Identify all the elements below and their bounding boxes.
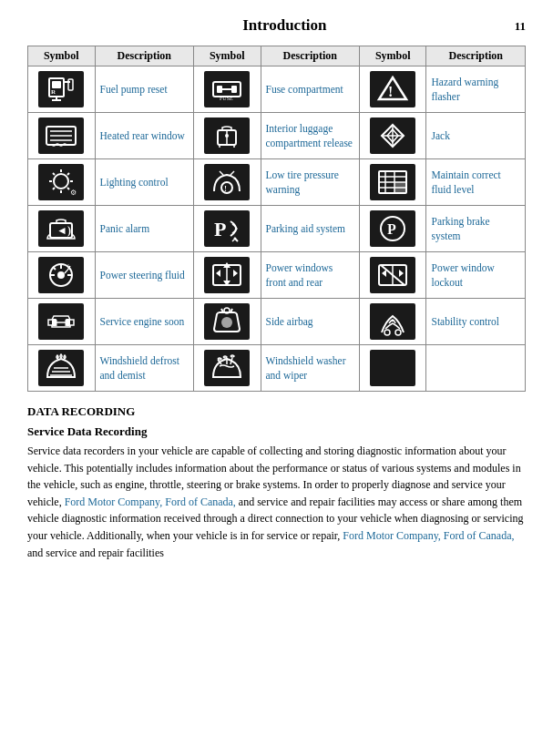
svg-rect-1 — [52, 81, 61, 88]
desc-cell-6-2 — [426, 345, 526, 392]
icon-window_lockout — [370, 257, 415, 293]
table-row: Windshield defrost and demist Windshield… — [28, 345, 526, 392]
icon-lighting: ⚙ — [38, 164, 84, 200]
description-text: Side airbag — [266, 316, 313, 327]
icon-service_engine — [38, 303, 84, 340]
svg-text:R: R — [51, 88, 56, 96]
icon-fuse: FUSE — [204, 71, 250, 107]
icon-panic_alarm: ◄) — [38, 210, 84, 247]
page-title: Introduction — [55, 16, 515, 35]
svg-rect-48 — [394, 182, 406, 193]
svg-line-34 — [67, 188, 69, 189]
icon-cell-4-2 — [359, 252, 426, 299]
svg-rect-3 — [68, 79, 73, 90]
icon-cell-0-0: R — [28, 66, 96, 113]
description-text: Lighting control — [100, 177, 169, 188]
icon-cell-0-2: ! — [359, 66, 426, 113]
table-row: R Fuel pump reset FUSE Fuse compartment … — [28, 66, 526, 113]
table-row: ◄) Panic alarm P Parking aid system P Pa… — [28, 206, 526, 252]
svg-text:!: ! — [67, 263, 69, 269]
svg-rect-68 — [52, 319, 56, 326]
desc-cell-1-2: Jack — [426, 113, 526, 159]
desc-cell-4-2: Power window lockout — [426, 252, 526, 299]
body-text: Service data recorders in your vehicle a… — [27, 443, 526, 561]
description-text: Interior luggage compartment release — [266, 123, 353, 148]
description-text: Maintain correct fluid level — [431, 169, 500, 195]
description-text: Panic alarm — [100, 223, 150, 234]
section-heading: DATA RECORDING — [27, 404, 526, 419]
icon-cell-3-1: P — [193, 206, 261, 252]
description-text: Power windows front and rear — [266, 262, 333, 288]
sub-heading: Service Data Recording — [27, 424, 526, 439]
col-header-desc2: Description — [261, 46, 359, 66]
description-text: Power window lockout — [431, 262, 494, 288]
svg-rect-10 — [231, 86, 237, 93]
icon-cell-1-2 — [359, 113, 426, 159]
svg-rect-69 — [66, 319, 70, 326]
svg-line-40 — [220, 171, 223, 175]
icon-jack — [370, 117, 415, 154]
icon-cell-0-1: FUSE — [193, 66, 261, 113]
icon-cell-3-2: P — [359, 206, 426, 252]
svg-rect-9 — [217, 86, 222, 93]
desc-cell-5-2: Stability control — [426, 299, 526, 345]
desc-cell-6-1: Windshield washer and wiper — [261, 345, 359, 392]
icon-cell-1-0 — [28, 113, 96, 159]
desc-cell-3-0: Panic alarm — [95, 206, 193, 252]
icon-fuel_pump: R — [38, 71, 84, 107]
icon-parking_aid: P — [204, 210, 250, 247]
svg-line-35 — [67, 173, 69, 175]
desc-cell-4-1: Power windows front and rear — [261, 252, 359, 299]
description-text: Hazard warning flasher — [431, 77, 498, 102]
col-header-symbol1: Symbol — [28, 46, 96, 66]
description-text: Jack — [431, 130, 449, 141]
description-text: Parking aid system — [266, 223, 346, 234]
svg-point-73 — [221, 317, 232, 328]
svg-point-28 — [54, 174, 68, 189]
svg-point-78 — [395, 330, 401, 335]
icon-cell-4-0: ! — [28, 252, 96, 299]
page-number: 11 — [515, 19, 526, 34]
col-header-desc1: Description — [95, 46, 193, 66]
desc-cell-3-1: Parking aid system — [261, 206, 359, 252]
svg-line-41 — [230, 171, 234, 175]
icon-luggage — [204, 117, 250, 154]
desc-cell-6-0: Windshield defrost and demist — [95, 345, 193, 392]
svg-line-84 — [230, 358, 232, 364]
col-header-desc3: Description — [426, 46, 526, 66]
desc-cell-2-1: Low tire pressure warning — [261, 159, 359, 206]
svg-point-23 — [225, 134, 229, 138]
desc-cell-4-0: Power steering fluid — [95, 252, 193, 299]
icon-cell-5-0 — [28, 299, 96, 345]
desc-cell-0-1: Fuse compartment — [261, 66, 359, 113]
description-text: Parking brake system — [431, 216, 489, 241]
icon-cell-2-2 — [359, 159, 426, 206]
description-text: Power steering fluid — [100, 270, 185, 281]
icon-hazard: ! — [370, 71, 415, 107]
icon-fluid_level — [370, 164, 415, 200]
icon-windshield_defrost — [38, 350, 84, 386]
icon-cell-6-1 — [193, 345, 261, 392]
desc-cell-2-2: Maintain correct fluid level — [426, 159, 526, 206]
svg-line-33 — [53, 173, 55, 175]
icon-side_airbag — [204, 303, 250, 340]
desc-cell-5-1: Side airbag — [261, 299, 359, 345]
table-row: Service engine soon Side airbag Stabilit… — [28, 299, 526, 345]
svg-text:⚙: ⚙ — [70, 189, 77, 197]
description-text: Service engine soon — [100, 316, 185, 327]
table-row: ! Power steering fluid Power windows fro… — [28, 252, 526, 299]
icon-windshield_washer — [204, 350, 250, 386]
table-row: Heated rear window Interior luggage comp… — [28, 113, 526, 159]
desc-cell-1-1: Interior luggage compartment release — [261, 113, 359, 159]
desc-cell-3-2: Parking brake system — [426, 206, 526, 252]
svg-text:P: P — [214, 218, 226, 240]
description-text: Stability control — [431, 316, 498, 327]
icon-empty — [370, 350, 415, 386]
svg-text:FUSE: FUSE — [220, 96, 233, 101]
desc-cell-0-0: Fuel pump reset — [95, 66, 193, 113]
svg-text:◄): ◄) — [56, 224, 71, 237]
desc-cell-0-2: Hazard warning flasher — [426, 66, 526, 113]
svg-text:!: ! — [388, 84, 393, 99]
svg-line-61 — [53, 267, 56, 270]
icon-cell-6-2 — [359, 345, 426, 392]
